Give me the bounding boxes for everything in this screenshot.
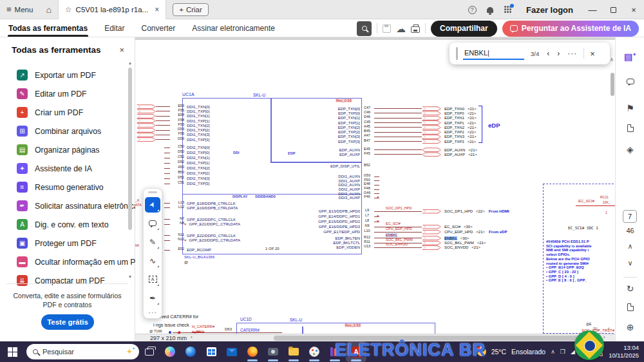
scroll-down-icon[interactable]: ▼ — [128, 274, 133, 279]
component-part: SKL-U — [290, 318, 302, 322]
free-trial-button[interactable]: Teste grátis — [41, 314, 94, 330]
page-number-input[interactable]: 7 — [623, 210, 637, 223]
rotate-page-icon[interactable]: ↻ — [616, 283, 644, 294]
draw-tool-button[interactable]: ∿ — [145, 253, 160, 269]
menu-button[interactable]: ≡ Menu — [0, 5, 39, 14]
edge-button[interactable] — [180, 341, 201, 362]
page-thumbnails-icon[interactable] — [616, 124, 644, 134]
volume-tray-icon[interactable]: ◁) — [580, 348, 587, 355]
offpage-connector-icon — [137, 109, 156, 113]
file-explorer-button[interactable] — [283, 341, 304, 362]
window-maximize-button[interactable] — [603, 0, 623, 19]
home-button[interactable]: ⌂ — [39, 5, 57, 15]
document-statusbar: 297 x 210 mm ‹ › — [135, 334, 615, 341]
tools-panel-item[interactable]: ≡ Resumo generativo — [0, 178, 126, 196]
more-tools-icon[interactable]: ··· — [148, 309, 157, 316]
language-indicator[interactable]: PORPTB — [592, 345, 603, 358]
edit-tool-button[interactable]: ✎ — [145, 234, 160, 250]
drag-handle[interactable] — [456, 47, 458, 60]
clock[interactable]: 13:0410/11/2025 — [609, 344, 639, 359]
star-icon[interactable]: ☆ — [65, 5, 72, 14]
previous-page-icon[interactable]: ∧ — [616, 242, 644, 251]
scroll-up-icon[interactable]: ∧ — [610, 57, 614, 62]
text-box-tool-button[interactable]: A — [145, 272, 160, 287]
export-page-icon[interactable] — [616, 303, 644, 313]
tools-panel-item[interactable]: ✎ Editar um PDF — [0, 84, 126, 103]
network-tray-icon[interactable]: ◢ — [571, 348, 575, 355]
task-view-button[interactable] — [139, 341, 160, 362]
tools-panel-item[interactable]: ✦ Assistente de IA — [0, 159, 126, 178]
comments-icon[interactable] — [616, 79, 644, 84]
store-button[interactable] — [201, 341, 222, 362]
tools-panel-item[interactable]: ⇊ Compactar um PDF — [0, 271, 126, 290]
acrobat-taskbar-button[interactable]: A — [346, 341, 366, 362]
component-rev: Rev_0.53 — [345, 323, 361, 327]
taskbar-search[interactable]: Pesquisar ✦ — [26, 344, 139, 359]
tab-edit[interactable]: Editar — [96, 19, 133, 37]
weather-icon[interactable] — [477, 347, 486, 356]
panel-scrollbar[interactable]: ▲ ▼ — [128, 61, 133, 286]
layers-icon[interactable]: ◈ — [616, 144, 644, 155]
tab-all-tools[interactable]: Todas as ferramentas — [0, 19, 96, 37]
paint-button[interactable] — [304, 341, 325, 362]
ai-assistant-button[interactable]: Perguntar ao Assistente de IA — [502, 21, 639, 37]
bookmarks-icon[interactable]: ⚑ — [616, 103, 644, 113]
start-button[interactable] — [8, 347, 17, 357]
tools-panel-item[interactable]: + Criar um PDF — [0, 103, 126, 122]
tools-panel: Todas as ferramentas × ↗ Exportar um PDF… — [0, 37, 135, 341]
print-icon[interactable] — [411, 26, 420, 33]
next-match-button[interactable]: › — [557, 49, 560, 58]
next-page-icon[interactable]: ∨ — [616, 259, 644, 267]
copilot-button[interactable] — [160, 341, 180, 362]
notifications-button[interactable] — [481, 0, 499, 19]
tools-panel-item[interactable]: ✒ Solicitar assinatura eletrônica — [0, 196, 126, 215]
display-tray-icon[interactable]: ❐ — [560, 348, 565, 355]
scroll-left-icon[interactable]: ‹ — [191, 334, 193, 340]
camera-button[interactable] — [263, 341, 283, 362]
apps-button[interactable] — [499, 0, 517, 19]
mail-button[interactable] — [222, 341, 242, 362]
scroll-right-icon[interactable]: › — [603, 334, 605, 340]
scroll-up-icon[interactable]: ▲ — [128, 61, 133, 65]
comment-tool-button[interactable] — [145, 216, 160, 231]
tools-panel-item[interactable]: ⊞ Combinar arquivos — [0, 122, 126, 140]
share-button[interactable]: Compartilhar — [431, 21, 497, 37]
more-options-icon[interactable]: ··· — [567, 49, 577, 58]
titlebar: ≡ Menu ⌂ ☆ C5V01 la-e891p r1a... × + Cri… — [0, 0, 644, 19]
h-scrollbar-thumb[interactable] — [274, 336, 583, 341]
v-scrollbar-thumb[interactable] — [611, 73, 614, 96]
previous-match-button[interactable]: ‹ — [547, 49, 549, 58]
tools-panel-item[interactable]: A Dig. e conv. em texto — [0, 215, 126, 234]
tools-panel-item[interactable]: ▤ Organizar páginas — [0, 140, 126, 159]
sign-in-button[interactable]: Fazer logon — [517, 5, 582, 15]
window-minimize-button[interactable]: — — [582, 0, 603, 19]
winrar-button[interactable] — [325, 341, 345, 362]
tools-panel-item[interactable]: ▬ Ocultar informação em um P... — [0, 252, 126, 271]
tray-overflow-icon[interactable]: ∧ — [551, 348, 555, 355]
tools-panel-item[interactable]: ↗ Exportar um PDF — [0, 66, 126, 84]
tab-convert[interactable]: Converter — [133, 19, 184, 37]
upload-cloud-icon[interactable]: ☁↑ — [396, 24, 406, 33]
temperature-label[interactable]: 25°C — [491, 348, 506, 356]
close-icon[interactable]: × — [590, 49, 595, 59]
drag-handle[interactable] — [148, 191, 157, 193]
help-button[interactable]: ? — [463, 0, 481, 19]
zoom-in-icon[interactable]: ⊕ — [616, 322, 644, 332]
search-button[interactable] — [357, 21, 372, 36]
weather-description[interactable]: Ensolarado — [511, 348, 545, 356]
firefox-button[interactable] — [242, 341, 263, 362]
tools-panel-close-icon[interactable]: × — [119, 45, 124, 55]
sign-tool-button[interactable]: ✒ — [145, 291, 160, 306]
window-close-button[interactable]: × — [623, 0, 644, 19]
tools-panel-item[interactable]: ▣ Proteger um PDF — [0, 234, 126, 252]
create-button[interactable]: + Criar — [173, 3, 209, 16]
select-tool-button[interactable]: ➤ — [145, 197, 160, 213]
scrollbar-thumb[interactable] — [128, 68, 132, 230]
tab-close-icon[interactable]: × — [155, 5, 159, 14]
tab-esign[interactable]: Assinar eletronicamente — [184, 19, 283, 37]
squiggle-icon: ∿ — [149, 256, 156, 265]
document-tab[interactable]: ☆ C5V01 la-e891p r1a... × — [58, 0, 166, 19]
save-icon[interactable] — [383, 24, 391, 33]
search-input[interactable]: ENBKL| — [463, 48, 524, 60]
ai-summary-icon[interactable]: ▤✦ — [616, 52, 644, 62]
